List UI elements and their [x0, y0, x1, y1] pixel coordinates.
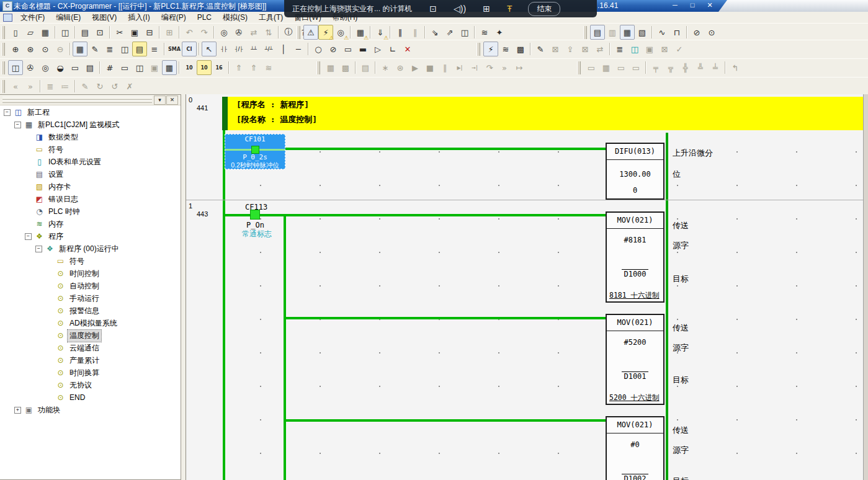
workspace-close-button[interactable]: ✕ [166, 96, 178, 105]
diff-instruction-icon[interactable]: ▷ [370, 42, 385, 56]
pause-monitor-icon[interactable]: ‖ [393, 25, 408, 40]
menu-item-6[interactable]: PLC [192, 12, 217, 23]
contact-nc-icon[interactable]: ┤/├ [231, 42, 246, 56]
grid-toggle-icon[interactable]: ▦ [73, 42, 87, 56]
vertical-scrollbar[interactable] [863, 94, 868, 480]
horizontal-line-icon[interactable]: ─ [291, 42, 306, 56]
delete-element-icon[interactable]: ✕ [400, 42, 415, 56]
menu-item-7[interactable]: 模拟(S) [217, 11, 253, 24]
batch-edit-icon[interactable]: ▩ [513, 42, 528, 56]
rung-list-icon[interactable]: ≣ [102, 42, 117, 56]
cut-icon[interactable]: ✂ [112, 25, 127, 40]
contact-cf113-on-indicator[interactable] [250, 210, 260, 220]
menu-item-1[interactable]: 文件(F) [15, 11, 50, 24]
expand-toggle-icon[interactable]: − [25, 233, 32, 240]
tree-item-sec-no-protocol[interactable]: ⊙无协议 [0, 379, 181, 391]
new-view-window-icon[interactable]: ◫ [8, 60, 23, 75]
tree-item-plc1[interactable]: −▦新PLC1[CJ2M] 监视模式 [0, 118, 181, 131]
contact-no-icon[interactable]: ┤├ [217, 42, 231, 56]
radix-hex-icon[interactable]: 16 [212, 60, 226, 75]
expand-toggle-icon[interactable]: + [14, 407, 21, 414]
tree-item-sec-yield-total[interactable]: ⊙产量累计 [0, 354, 181, 367]
expand-toggle-icon[interactable]: − [14, 122, 21, 128]
view-ladder-icon[interactable]: ▤ [590, 25, 605, 40]
tree-item-io-table[interactable]: ▯IO表和单元设置 [0, 156, 181, 168]
difu-instruction-block[interactable]: DIFU(013) 1300.00 0 [606, 143, 664, 200]
mov-instruction-block-2[interactable]: MOV(021) #5200 D1001 5200 十六进制 [606, 314, 664, 405]
set-protect-icon[interactable]: ⊘ [689, 25, 704, 40]
expand-toggle-icon[interactable]: − [4, 109, 11, 116]
instruction-box-icon[interactable]: ▭ [341, 42, 356, 56]
toolbar-grip[interactable] [316, 61, 320, 74]
tree-item-sec-temp-control[interactable]: ⊙温度控制 [0, 329, 181, 342]
upload-program-icon[interactable]: ⇗ [442, 25, 457, 40]
toolbar-grip[interactable] [1, 80, 5, 93]
auto-online-icon[interactable]: ⚡⚠ [318, 25, 333, 40]
toolbar-grip[interactable] [1, 61, 5, 74]
menu-item-5[interactable]: 编程(P) [156, 11, 192, 24]
minimize-button[interactable]: ─ [667, 1, 683, 10]
time-chart-icon[interactable]: ∿ [655, 25, 669, 40]
find-icon[interactable]: ◎ [217, 25, 231, 40]
release-protect-icon[interactable]: ⊙ [704, 25, 719, 40]
io-comment-view-icon[interactable]: ◫ [117, 42, 132, 56]
ci-dialog-icon[interactable]: CI [182, 42, 197, 56]
monitor-window-2-icon[interactable]: ◒ [53, 60, 68, 75]
tree-item-sec-manual-run[interactable]: ⊙手动运行 [0, 292, 181, 304]
debug-stop-icon[interactable]: ✦ [492, 25, 507, 40]
tree-item-sec-end[interactable]: ⊙END [0, 391, 181, 404]
info-icon[interactable]: ⓘ [281, 25, 296, 40]
paste-icon[interactable]: ⊟ [142, 25, 157, 40]
vertical-line-icon[interactable]: │ [276, 42, 291, 56]
radix-decimal-icon[interactable]: 10 [182, 60, 197, 75]
inverted-instruction-icon[interactable]: ▬ [356, 42, 370, 56]
restore-button[interactable]: □ [684, 1, 700, 10]
view-watch-icon[interactable]: ▧ [635, 25, 650, 40]
menu-item-2[interactable]: 编辑(E) [50, 11, 86, 24]
program-hierarchy-icon[interactable]: ≡ [147, 42, 162, 56]
tree-item-sec-time-convert[interactable]: ⊙时间换算 [0, 367, 181, 379]
tree-item-plc-clock[interactable]: ◔PLC 时钟 [0, 205, 181, 218]
tree-item-symbols[interactable]: ▭符号 [0, 143, 181, 156]
new-file-icon[interactable]: ▯ [8, 25, 23, 40]
radix-signed-decimal-icon[interactable]: 10 [197, 60, 212, 75]
expand-toggle-icon[interactable]: − [35, 246, 42, 252]
find-options-icon[interactable]: ✇ [231, 25, 246, 40]
tree-item-data-types[interactable]: ◨数据类型 [0, 131, 181, 143]
or-contact-no-icon[interactable]: ┴┴ [246, 42, 261, 56]
zoom-100-icon[interactable]: ⊙ [38, 42, 53, 56]
toolbox-icon[interactable]: ⊞ [483, 4, 490, 14]
search-document-icon[interactable]: ◫ [58, 25, 73, 40]
download-program-icon[interactable]: ⇘ [427, 25, 442, 40]
properties-icon[interactable]: ▤ [83, 60, 97, 75]
end-session-button[interactable]: 结束 [528, 2, 560, 16]
address-reference-icon[interactable]: ▭ [117, 60, 132, 75]
open-file-icon[interactable]: ▱ [23, 25, 38, 40]
section-comment-icon[interactable]: ✎ [87, 42, 102, 56]
tree-item-project-root[interactable]: −◫新工程 [0, 106, 181, 118]
view-monitor-icon[interactable]: ▦ [620, 25, 635, 40]
edit-symbol-icon[interactable]: ✎ [533, 42, 548, 56]
print-icon[interactable]: ▤ [78, 25, 92, 40]
tree-item-new-program[interactable]: −❖新程序 (00)运行中 [0, 242, 181, 255]
tree-item-sec-ad-analog[interactable]: ⊙AD模拟量系统 [0, 317, 181, 329]
toolbar-grip[interactable] [577, 61, 581, 74]
mov-instruction-block-3[interactable]: MOV(021) #0 D1002 [606, 416, 664, 480]
panel-splitter[interactable] [181, 94, 186, 480]
zoom-in-icon[interactable]: ⊕ [8, 42, 23, 56]
or-contact-nc-icon[interactable]: ┴/┴ [261, 42, 276, 56]
send-changes-icon[interactable]: ≋ [498, 42, 513, 56]
tree-item-memory[interactable]: ≋内存 [0, 218, 181, 230]
ladder-style-icon[interactable]: ▤ [132, 42, 147, 56]
monitor-window-icon[interactable]: ◎ [38, 60, 53, 75]
save-to-plc-icon[interactable]: ▦⚠ [353, 25, 368, 40]
tree-item-sec-time-control[interactable]: ⊙时间控制 [0, 267, 181, 280]
coil-icon[interactable]: ○ [311, 42, 326, 56]
print-preview-icon[interactable]: ⊡ [92, 25, 107, 40]
tree-item-function-blocks[interactable]: +▣功能块 [0, 404, 181, 416]
tree-item-error-log[interactable]: ◩错误日志 [0, 193, 181, 205]
menu-item-8[interactable]: 工具(T) [253, 11, 289, 24]
volume-icon[interactable]: ◁)) [454, 4, 466, 14]
tree-item-memory-card[interactable]: ▧内存卡 [0, 180, 181, 193]
toolbar-grip[interactable] [1, 26, 5, 39]
